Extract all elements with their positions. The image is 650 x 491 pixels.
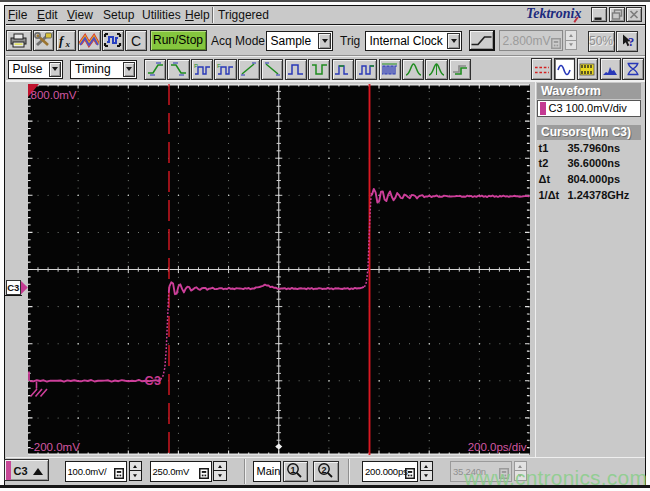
svg-text:200.0ps/div: 200.0ps/div (468, 441, 527, 453)
svg-text:C3: C3 (145, 374, 162, 388)
svg-text:800.0mV: 800.0mV (31, 89, 77, 101)
svg-text:?: ? (628, 35, 634, 49)
svg-text:C: C (131, 33, 141, 49)
svg-text:x: x (64, 39, 70, 49)
svg-text:1: 1 (291, 465, 296, 475)
svg-text:-200.0mV: -200.0mV (30, 441, 80, 453)
svg-text:f: f (59, 33, 65, 48)
svg-text:2: 2 (321, 465, 326, 475)
